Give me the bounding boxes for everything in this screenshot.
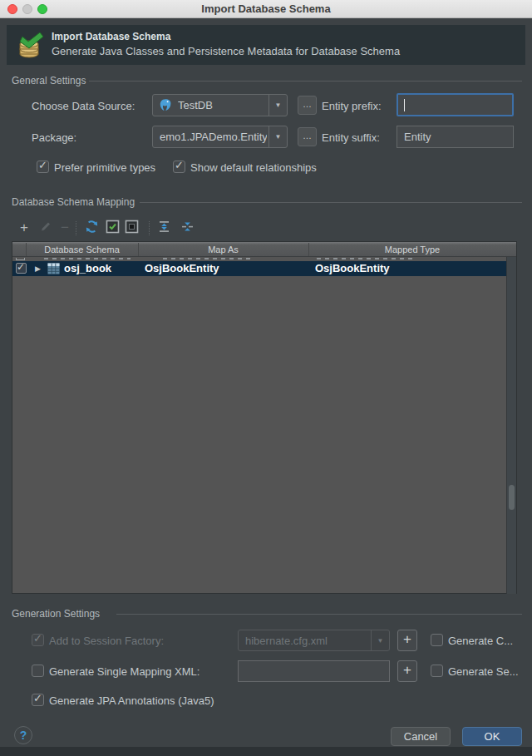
clipped-row-text (317, 258, 415, 259)
section-divider (116, 614, 522, 615)
banner-subtitle: Generate Java Classes and Persistence Me… (52, 45, 400, 57)
generate-single-mapping-xml-label: Generate Single Mapping XML: (49, 665, 200, 678)
scrollbar-thumb[interactable] (509, 485, 515, 510)
single-mapping-xml-input[interactable] (238, 660, 390, 682)
session-factory-combobox: hibernate.cfg.xml ▼ (238, 630, 390, 651)
row-schema-name: osj_book (64, 262, 111, 274)
pencil-icon (39, 220, 52, 236)
prefer-primitive-types-checkbox[interactable]: ✓ (37, 161, 49, 173)
data-source-combobox[interactable]: TestDB ▼ (152, 94, 288, 116)
column-divider (26, 243, 27, 256)
generate-jpa-annotations-label: Generate JPA Annotations (Java5) (49, 694, 214, 707)
select-all-button[interactable] (104, 220, 121, 236)
toolbar-separator (149, 221, 150, 235)
edit-button (37, 220, 54, 236)
general-settings-section-label: General Settings (12, 75, 86, 86)
prefer-primitive-types-label: Prefer primitive types (54, 161, 155, 174)
collapse-all-icon (181, 220, 194, 236)
check-icon: ✓ (38, 159, 47, 171)
help-button[interactable]: ? (14, 726, 32, 744)
clipped-row-text (163, 258, 254, 259)
add-mapping-xml-button[interactable]: + (397, 660, 417, 682)
row-expand-icon[interactable]: ▶ (35, 264, 41, 273)
import-database-schema-dialog: Import Database Schema Import Database S… (0, 0, 532, 756)
entity-suffix-label: Entity suffix: (322, 131, 380, 144)
section-divider (89, 81, 522, 82)
expand-all-icon (158, 220, 170, 236)
remove-button: − (57, 220, 73, 236)
generate-jpa-annotations-checkbox[interactable]: ✓ (32, 694, 44, 706)
vertical-scrollbar[interactable] (506, 257, 516, 594)
package-value: emo1.JPADemo.Entity (160, 131, 267, 143)
cancel-button[interactable]: Cancel (391, 727, 451, 746)
section-divider (140, 202, 522, 203)
add-to-session-factory-checkbox: ✓ (32, 634, 44, 646)
row-mapped-type: OsjBookEntity (315, 262, 390, 274)
column-divider (308, 243, 309, 256)
entity-prefix-input[interactable] (397, 93, 514, 116)
expand-all-button[interactable] (155, 220, 172, 236)
column-header-database-schema[interactable]: Database Schema (26, 242, 138, 257)
show-default-relationships-checkbox[interactable]: ✓ (173, 161, 185, 173)
plus-icon: + (20, 220, 28, 235)
unselect-all-button[interactable] (123, 220, 140, 236)
entity-suffix-input[interactable]: Entity (397, 126, 514, 148)
data-source-value: TestDB (178, 99, 213, 111)
column-divider (138, 243, 139, 256)
clipped-row-text (44, 258, 131, 259)
check-icon: ✓ (175, 159, 184, 171)
row-map-as: OsjBookEntity (145, 262, 219, 274)
generate-se-label: Generate Se... (448, 665, 525, 678)
chevron-down-icon[interactable]: ▼ (268, 126, 287, 147)
choose-data-source-label: Choose Data Source: (32, 100, 135, 112)
schema-mapping-section-label: Database Schema Mapping (12, 196, 135, 208)
table-row[interactable]: ✓ ▶ osj_book OsjBookEntity OsjBookEntity (12, 261, 516, 276)
entity-prefix-label: Entity prefix: (322, 100, 382, 112)
titlebar: Import Database Schema (0, 0, 532, 18)
row-checkbox[interactable]: ✓ (16, 263, 27, 274)
check-icon: ✓ (33, 632, 42, 645)
generate-single-mapping-xml-checkbox[interactable] (32, 665, 44, 677)
column-header-map-as[interactable]: Map As (138, 242, 308, 257)
chevron-down-icon: ▼ (371, 630, 389, 650)
database-import-icon (18, 32, 45, 63)
add-button[interactable]: + (16, 220, 32, 236)
check-icon: ✓ (17, 261, 25, 273)
chevron-down-icon[interactable]: ▼ (268, 95, 287, 116)
table-icon (47, 263, 60, 278)
clipped-row-checkbox (16, 258, 25, 260)
add-session-factory-file-button[interactable]: + (397, 630, 417, 651)
session-factory-value: hibernate.cfg.xml (245, 635, 328, 647)
postgresql-icon (159, 98, 172, 116)
unselect-all-icon (125, 220, 139, 237)
refresh-button[interactable] (83, 220, 100, 236)
column-header-mapped-type[interactable]: Mapped Type (308, 242, 516, 257)
collapse-all-button[interactable] (179, 220, 195, 236)
banner-title: Import Database Schema (52, 31, 170, 42)
ok-button[interactable]: OK (462, 727, 522, 746)
add-to-session-factory-label: Add to Session Factory: (49, 635, 164, 647)
show-default-relationships-label: Show default relationships (190, 161, 317, 174)
data-source-browse-button[interactable]: … (298, 96, 317, 115)
schema-mapping-table: Database Schema Map As Mapped Type ✓ ▶ (12, 241, 517, 594)
window-bottom-edge (0, 747, 532, 756)
entity-suffix-value: Entity (404, 131, 431, 143)
generate-se-checkbox[interactable] (431, 665, 443, 677)
generate-column-checkbox[interactable] (431, 634, 443, 646)
package-combobox[interactable]: emo1.JPADemo.Entity ▼ (152, 126, 288, 148)
window-title: Import Database Schema (0, 2, 532, 15)
refresh-icon (85, 220, 99, 237)
minus-icon: − (61, 220, 69, 235)
select-all-icon (106, 220, 120, 237)
banner: Import Database Schema Generate Java Cla… (7, 25, 525, 65)
generation-settings-section-label: Generation Settings (12, 608, 100, 620)
package-label: Package: (32, 131, 76, 144)
table-header: Database Schema Map As Mapped Type (12, 242, 516, 257)
package-browse-button[interactable]: … (298, 127, 317, 146)
toolbar-separator (76, 221, 76, 235)
generate-column-label: Generate C... (448, 635, 525, 647)
text-caret (404, 99, 405, 111)
check-icon: ✓ (33, 692, 42, 704)
